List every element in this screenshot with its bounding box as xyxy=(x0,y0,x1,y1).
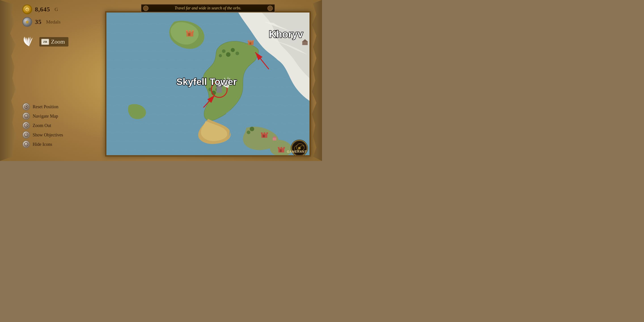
zr-label: ZR xyxy=(43,40,47,44)
svg-point-2 xyxy=(26,106,27,107)
svg-rect-37 xyxy=(188,33,190,36)
wing-icon xyxy=(22,36,36,48)
quest-banner: Travel far and wide in search of the orb… xyxy=(141,4,275,12)
svg-rect-29 xyxy=(250,42,251,44)
medals-row: ★ 35 Medals xyxy=(22,17,96,27)
svg-text:Khoryv: Khoryv xyxy=(269,28,303,40)
map-area: Travel far and wide in search of the orb… xyxy=(105,4,311,156)
svg-rect-62 xyxy=(302,42,308,45)
medal-icon: ★ xyxy=(22,17,32,27)
zr-badge: ZR xyxy=(41,39,49,45)
svg-point-24 xyxy=(250,127,254,131)
medals-amount: 35 xyxy=(35,18,42,26)
svg-rect-32 xyxy=(253,40,254,41)
svg-point-67 xyxy=(298,147,301,149)
map-frame[interactable]: Skyfell Tower Khoryv GAMERANT xyxy=(105,11,311,156)
svg-text:L: L xyxy=(26,115,27,118)
gamerant-text: GAMERANT xyxy=(287,150,307,154)
left-panel: G 8,645 G ★ 35 Medals ZR Zoom xyxy=(18,0,100,161)
svg-point-17 xyxy=(219,54,222,57)
svg-rect-53 xyxy=(216,86,222,93)
map-svg: Skyfell Tower Khoryv xyxy=(106,12,310,155)
control-objectives: + Show Objectives xyxy=(22,131,96,139)
gold-icon: G xyxy=(22,4,32,14)
zoom-label: Zoom xyxy=(51,38,65,45)
svg-rect-31 xyxy=(251,40,252,41)
svg-point-18 xyxy=(231,48,235,52)
svg-rect-40 xyxy=(192,30,194,31)
l-button: L xyxy=(22,112,30,120)
svg-text:X: X xyxy=(25,124,27,127)
svg-point-16 xyxy=(226,52,230,57)
x-button: X xyxy=(22,122,30,129)
svg-text:-: - xyxy=(26,142,27,146)
svg-rect-45 xyxy=(263,135,265,137)
gamerant-logo: GAMERANT xyxy=(287,150,307,154)
control-navigate: L Navigate Map xyxy=(22,112,96,120)
svg-rect-50 xyxy=(280,150,282,152)
plus-button: + xyxy=(22,131,30,139)
svg-rect-42 xyxy=(261,132,262,134)
quest-text: Travel far and wide in search of the orb… xyxy=(175,6,241,10)
svg-rect-44 xyxy=(266,132,268,134)
svg-rect-51 xyxy=(273,138,276,140)
control-zoom-out: X Zoom Out xyxy=(22,122,96,129)
svg-rect-39 xyxy=(189,30,191,31)
svg-point-19 xyxy=(236,52,239,55)
svg-rect-47 xyxy=(278,147,280,148)
controls-section: Reset Position L Navigate Map X Zoom Out xyxy=(22,103,96,150)
medals-label: Medals xyxy=(46,19,60,25)
zoom-out-label: Zoom Out xyxy=(33,123,51,128)
svg-rect-48 xyxy=(281,147,282,148)
navigate-map-label: Navigate Map xyxy=(33,114,58,119)
control-reset: Reset Position xyxy=(22,103,96,110)
svg-rect-30 xyxy=(248,40,249,41)
svg-point-15 xyxy=(222,50,226,53)
svg-rect-49 xyxy=(283,147,285,148)
zoom-section: ZR Zoom xyxy=(22,36,96,48)
zoom-button[interactable]: ZR Zoom xyxy=(39,37,68,46)
svg-point-23 xyxy=(247,130,250,134)
gold-coin-inner: G xyxy=(24,7,30,12)
gold-row: G 8,645 G xyxy=(22,4,96,14)
l-circle-button xyxy=(22,103,30,110)
minus-button: - xyxy=(22,140,30,148)
svg-text:Skyfell Tower: Skyfell Tower xyxy=(176,76,237,87)
control-icons: - Hide Icons xyxy=(22,140,96,148)
reset-position-label: Reset Position xyxy=(33,104,58,109)
svg-text:+: + xyxy=(25,133,27,136)
star-icon: ★ xyxy=(25,19,29,24)
show-objectives-label: Show Objectives xyxy=(33,132,63,138)
svg-rect-38 xyxy=(186,30,188,31)
svg-rect-43 xyxy=(264,132,265,134)
hide-icons-label: Hide Icons xyxy=(33,142,52,147)
gold-amount: 8,645 xyxy=(35,6,50,13)
gold-unit: G xyxy=(54,6,58,12)
